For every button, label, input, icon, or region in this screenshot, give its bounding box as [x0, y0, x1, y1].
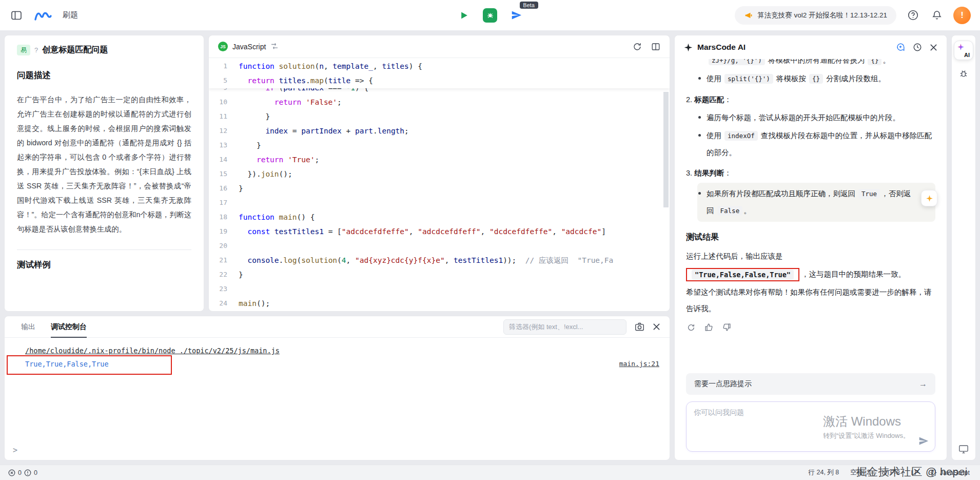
ai-panel-title: MarsCode AI — [697, 43, 746, 52]
thumbs-down-icon[interactable] — [722, 323, 731, 332]
debug-run-button[interactable] — [483, 8, 497, 23]
console-panel: 输出 调试控制台 /home/cloudide/.nix-profile/bin… — [4, 316, 670, 460]
ai-bullet: 使用 indexOf 查找模板片段在标题中的位置，并从标题中移除匹配的部分。 — [697, 127, 935, 161]
line-number: 23 — [209, 282, 239, 296]
history-icon[interactable] — [913, 43, 922, 52]
ai-bullet: 遍历每个标题，尝试从标题的开头开始匹配模板中的片段。 — [697, 109, 935, 126]
hint-suggestion-label: 需要一点思路提示 — [694, 379, 752, 389]
nav-practice-label[interactable]: 刷题 — [63, 10, 78, 20]
console-source-link[interactable]: main.js:21 — [619, 357, 659, 371]
user-avatar[interactable]: ! — [953, 7, 971, 24]
tab-debug-console[interactable]: 调试控制台 — [51, 316, 87, 338]
error-icon — [8, 469, 15, 476]
ai-numbered: 3. 结果判断： — [686, 165, 935, 181]
code-line: 9 if (partIndex === -1) { — [209, 88, 670, 95]
code-line: 23 — [209, 282, 670, 296]
error-count: 0 — [18, 469, 22, 476]
code-text: function solution(n, template_, titles) … — [239, 59, 670, 73]
send-message-button[interactable] — [918, 436, 929, 446]
switch-language-icon[interactable] — [270, 43, 279, 50]
ai-assistant-tab[interactable]: AI — [954, 41, 973, 60]
editor-scrollbar-thumb[interactable] — [663, 92, 669, 207]
ai-panel-header: MarsCode AI — [675, 35, 947, 59]
console-text: True,True,False,True — [25, 357, 109, 371]
code-text — [239, 282, 670, 296]
ai-para: 运行上述代码后，输出应该是 — [686, 248, 935, 264]
expected-output-code: "True,False,False,True" — [692, 270, 794, 280]
problem-title: 创意标题匹配问题 — [42, 45, 108, 55]
refresh-icon[interactable] — [633, 42, 642, 51]
console-output: /home/cloudide/.nix-profile/bin/node ./t… — [5, 338, 670, 443]
tab-output[interactable]: 输出 — [21, 316, 35, 338]
monitor-icon[interactable] — [958, 445, 969, 454]
line-number: 14 — [209, 152, 239, 167]
samples-heading: 测试样例 — [17, 259, 191, 271]
line-number: 10 — [209, 95, 239, 109]
close-icon[interactable] — [653, 323, 660, 331]
top-bar: 刷题 Beta 算法竞技赛 vol2 开始报名啦！12.13-12. — [0, 0, 980, 31]
quick-action-sparkle-button[interactable] — [921, 190, 937, 206]
ai-para: 希望这个测试结果对你有帮助！如果你有任何问题或需要进一步的解释，请告诉我。 — [686, 284, 935, 317]
new-chat-icon[interactable] — [896, 43, 905, 52]
javascript-icon: JS — [218, 42, 228, 51]
line-number: 16 — [209, 181, 239, 196]
status-bar: 0 0 行 24, 列 8 空格: 2 UTF-8 LF {} JavaScri… — [0, 465, 980, 480]
code-editor[interactable]: 1function solution(n, template_, titles)… — [209, 58, 670, 311]
marscode-logo[interactable] — [32, 8, 54, 23]
line-number: 17 — [209, 196, 239, 210]
problem-help-icon[interactable]: ? — [34, 46, 38, 54]
problems-indicator[interactable]: 0 0 — [8, 469, 37, 476]
debug-console-prompt[interactable]: > — [5, 443, 670, 460]
code-text: } — [239, 109, 670, 124]
sidebar-toggle-icon[interactable] — [9, 9, 24, 22]
megaphone-icon — [744, 11, 753, 20]
console-filter-input[interactable] — [503, 319, 626, 335]
ai-chat-content: zJ+}/g, '{}') 将模板中的所有通配符替换为 {}。使用 split(… — [675, 59, 947, 367]
code-text: return 'True'; — [239, 152, 670, 167]
help-icon[interactable] — [906, 8, 920, 23]
sticky-scroll: 1function solution(n, template_, titles)… — [209, 59, 670, 88]
submit-button[interactable] — [507, 7, 525, 24]
line-number: 24 — [209, 296, 239, 311]
code-text — [239, 196, 670, 210]
line-number: 13 — [209, 138, 239, 152]
code-text: index = partIndex + part.length; — [239, 124, 670, 138]
thumbs-up-icon[interactable] — [704, 323, 713, 332]
ai-message-actions — [687, 323, 935, 332]
arrow-right-icon: → — [919, 379, 927, 389]
code-line: 13 } — [209, 138, 670, 152]
run-button[interactable] — [455, 7, 473, 24]
editor-tab-javascript[interactable]: JavaScript — [232, 43, 266, 51]
line-number: 18 — [209, 210, 239, 224]
ai-numbered: 2. 标题匹配： — [686, 91, 935, 108]
line-number: 1 — [209, 59, 239, 73]
ai-para: "True,False,False,True"，这与题目中的预期结果一致。 — [686, 266, 935, 282]
play-icon — [460, 11, 468, 20]
ai-chat-input[interactable] — [694, 408, 914, 445]
code-text: return titles.map(title => { — [239, 73, 670, 88]
code-line: 21 console.log(solution(4, "ad{xyz}cdc{y… — [209, 253, 670, 267]
code-text: function main() { — [239, 210, 670, 224]
ai-bullet: 使用 split('{}') 将模板按 {} 分割成片段数组。 — [697, 70, 935, 87]
cursor-position[interactable]: 行 24, 列 8 — [809, 468, 839, 477]
bell-icon[interactable] — [930, 8, 944, 23]
split-editor-icon[interactable] — [651, 42, 660, 51]
workbench: 易 ? 创意标题匹配问题 问题描述 在广告平台中，为了给广告主一定的自由性和效率… — [0, 31, 980, 465]
announcement-banner[interactable]: 算法竞技赛 vol2 开始报名啦！12.13-12.21 — [735, 6, 896, 25]
camera-icon[interactable] — [635, 322, 644, 331]
line-number: 5 — [209, 73, 239, 88]
difficulty-badge: 易 — [17, 45, 30, 55]
code-lines: 9 if (partIndex === -1) {10 return 'Fals… — [209, 88, 670, 311]
code-text: return 'False'; — [239, 95, 670, 109]
close-icon[interactable] — [930, 44, 937, 51]
code-line: 1function solution(n, template_, titles)… — [209, 59, 670, 73]
code-text: } — [239, 138, 670, 152]
bug-icon[interactable] — [958, 68, 969, 79]
code-line: 20 — [209, 239, 670, 253]
regenerate-icon[interactable] — [687, 323, 695, 332]
line-number: 11 — [209, 109, 239, 124]
console-line: /home/cloudide/.nix-profile/bin/node ./t… — [25, 344, 659, 357]
warning-count: 0 — [34, 469, 37, 476]
line-number: 12 — [209, 124, 239, 138]
hint-suggestion-button[interactable]: 需要一点思路提示 → — [686, 373, 935, 395]
